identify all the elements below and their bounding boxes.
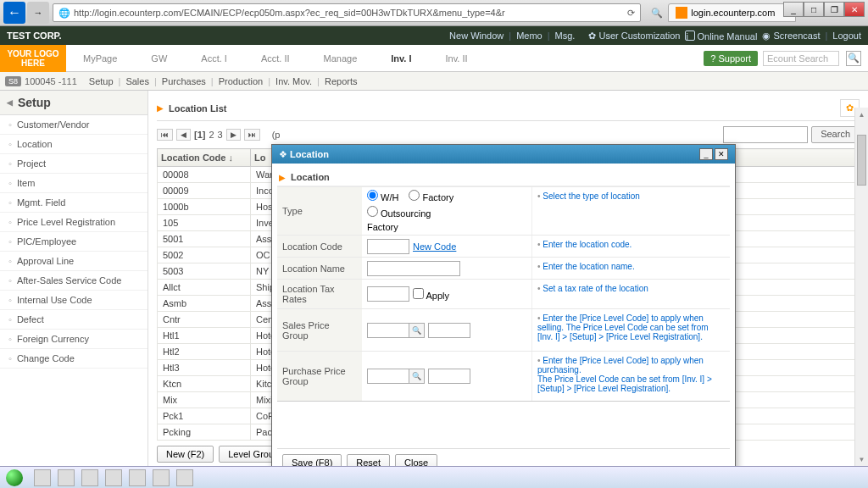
nav-inv1[interactable]: Inv. I: [374, 45, 428, 72]
taskbar-icon[interactable]: [81, 469, 98, 486]
radio-wh[interactable]: W/H: [367, 190, 398, 202]
sales-price-code-input[interactable]: [367, 323, 409, 338]
field-code-input-wrap: New Code: [362, 236, 531, 257]
subnav-sales[interactable]: Sales: [120, 76, 154, 86]
start-button[interactable]: [0, 467, 29, 489]
location-code-input[interactable]: [367, 239, 409, 254]
new-button[interactable]: New (F2): [157, 446, 214, 463]
logout-link[interactable]: Logout: [832, 30, 861, 41]
vertical-scrollbar[interactable]: ▲ ▼: [854, 108, 868, 466]
nav-gw[interactable]: GW: [134, 45, 184, 72]
browser-forward-button[interactable]: →: [27, 2, 49, 24]
page-1[interactable]: [1]: [194, 130, 205, 140]
minimize-button[interactable]: _: [783, 2, 804, 17]
new-window-link[interactable]: New Window: [449, 30, 504, 41]
sidebar-item[interactable]: Change Code: [0, 349, 147, 369]
taskbar-icons: [29, 469, 198, 486]
sidebar-item[interactable]: Foreign Currency: [0, 330, 147, 349]
search-icon[interactable]: 🔍: [651, 8, 663, 19]
window-close-button[interactable]: ✕: [844, 2, 865, 17]
scroll-up-icon[interactable]: ▲: [855, 108, 868, 121]
nav-acct1[interactable]: Acct. I: [184, 45, 244, 72]
nav-manage[interactable]: Manage: [307, 45, 375, 72]
modal-minimize-button[interactable]: _: [699, 148, 713, 160]
table-cell: Asmb: [158, 296, 251, 312]
field-sales-help: Enter the [Price Level Code] to apply wh…: [531, 309, 730, 351]
field-name-label: Location Name: [277, 258, 362, 279]
sales-price-name-input[interactable]: [428, 323, 470, 338]
refresh-icon[interactable]: ⟳: [627, 8, 635, 19]
nav-acct2[interactable]: Acct. II: [244, 45, 307, 72]
taskbar-icon[interactable]: [129, 469, 146, 486]
url-bar[interactable]: 🌐 http://login.ecounterp.com/ECMAIN/ECP/…: [53, 3, 641, 22]
table-cell: Htl2: [158, 344, 251, 360]
page-2[interactable]: 2: [209, 130, 214, 140]
maximize-button[interactable]: □: [804, 2, 824, 17]
pager-first[interactable]: ⏮: [157, 129, 173, 141]
memo-link[interactable]: Memo: [516, 30, 542, 41]
subnav-invmov[interactable]: Inv. Mov.: [270, 76, 317, 86]
radio-outsourcing[interactable]: Outsourcing: [367, 206, 431, 219]
sales-lookup-icon[interactable]: 🔍: [409, 323, 425, 338]
location-name-input[interactable]: [367, 261, 460, 276]
purchase-price-code-input[interactable]: [367, 369, 409, 384]
sidebar-item[interactable]: Internal Use Code: [0, 291, 147, 310]
pager-last[interactable]: ⏭: [244, 129, 260, 141]
search-go-button[interactable]: 🔍: [846, 51, 861, 66]
list-search-input[interactable]: [723, 126, 808, 143]
table-cell: Mix: [158, 392, 251, 408]
radio-factory[interactable]: Factory: [409, 190, 453, 202]
sidebar-item[interactable]: After-Sales Service Code: [0, 271, 147, 291]
apply-checkbox[interactable]: Apply: [413, 288, 449, 301]
sidebar-item[interactable]: Customer/Vendor: [0, 115, 147, 135]
user-customization-link[interactable]: ✿ User Customization: [588, 30, 680, 42]
subnav-purchases[interactable]: Purchases: [157, 76, 211, 86]
online-manual-link[interactable]: iOnline Manual: [685, 30, 757, 42]
subnav-setup[interactable]: Setup: [84, 76, 119, 86]
globe-icon: 🌐: [58, 8, 70, 19]
subnav-production[interactable]: Production: [214, 76, 269, 86]
taskbar-icon[interactable]: [176, 469, 193, 486]
sidebar-item[interactable]: Mgmt. Field: [0, 193, 147, 213]
modal-titlebar[interactable]: ❖ Location _ ✕: [272, 145, 735, 164]
scroll-down-icon[interactable]: ▼: [855, 452, 868, 466]
taskbar-icon[interactable]: [34, 469, 51, 486]
page-3[interactable]: 3: [218, 130, 223, 140]
sidebar-item[interactable]: PIC/Employee: [0, 232, 147, 252]
purchase-price-name-input[interactable]: [428, 369, 470, 384]
sidebar-item[interactable]: Approval Line: [0, 252, 147, 271]
restore-button[interactable]: ❐: [824, 2, 844, 17]
tax-rate-input[interactable]: [367, 286, 409, 302]
field-type-help: Select the type of location: [531, 187, 730, 235]
list-search-button[interactable]: Search: [811, 126, 860, 143]
scroll-thumb[interactable]: [857, 135, 866, 186]
modal-title-text: Location: [290, 149, 329, 159]
purchase-lookup-icon[interactable]: 🔍: [409, 369, 425, 384]
logo[interactable]: YOUR LOGO HERE: [0, 45, 66, 72]
col-location-code[interactable]: Location Code ↓: [158, 149, 251, 167]
new-code-link[interactable]: New Code: [413, 241, 456, 252]
screencast-link[interactable]: ◉ Screencast: [762, 30, 820, 42]
sidebar-item[interactable]: Project: [0, 154, 147, 174]
browser-back-button[interactable]: ←: [3, 2, 25, 24]
taskbar-icon[interactable]: [105, 469, 122, 486]
taskbar-icon[interactable]: [58, 469, 75, 486]
nav-mypage[interactable]: MyPage: [66, 45, 134, 72]
sidebar-item[interactable]: Location: [0, 135, 147, 154]
support-button[interactable]: ? Support: [704, 51, 758, 66]
modal-close-button[interactable]: ✕: [715, 148, 728, 160]
taskbar-icon[interactable]: [153, 469, 170, 486]
pager-prev[interactable]: ◀: [176, 129, 191, 141]
ecount-search-input[interactable]: Ecount Search: [763, 51, 839, 66]
browser-tab[interactable]: login.ecounterp.com ×: [668, 3, 796, 22]
sidebar-item[interactable]: Item: [0, 174, 147, 193]
sidebar-title: Setup: [0, 91, 147, 115]
msg-link[interactable]: Msg.: [555, 30, 576, 41]
table-cell: Pcking: [158, 424, 251, 441]
sidebar-item[interactable]: Defect: [0, 310, 147, 330]
sidebar-item[interactable]: Price Level Registration: [0, 213, 147, 232]
table-cell: Allct: [158, 280, 251, 296]
nav-inv2[interactable]: Inv. II: [429, 45, 485, 72]
subnav-reports[interactable]: Reports: [320, 76, 363, 86]
pager-next[interactable]: ▶: [226, 129, 241, 141]
